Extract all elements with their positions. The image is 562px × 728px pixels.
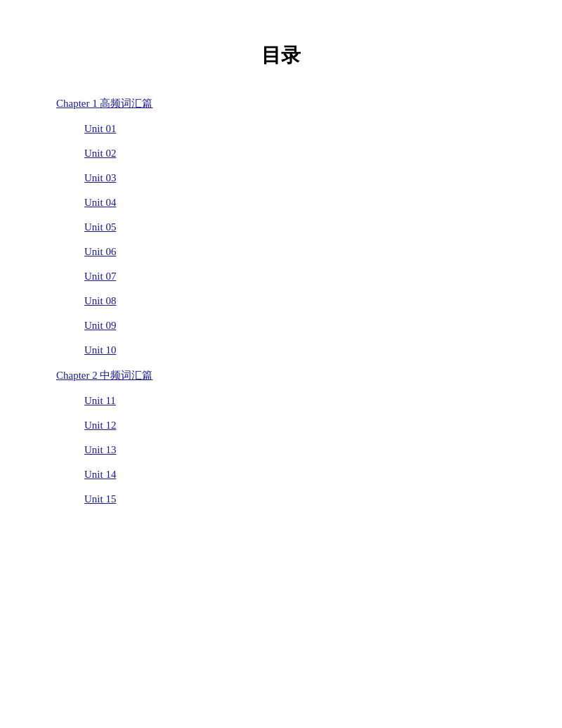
toc-content: Chapter 1 高频词汇篇Unit 01Unit 02Unit 03Unit… [56,97,506,505]
unit-link-unit10[interactable]: Unit 10 [84,344,506,356]
unit-link-unit05[interactable]: Unit 05 [84,221,506,233]
unit-link-unit15[interactable]: Unit 15 [84,493,506,505]
unit-link-unit04[interactable]: Unit 04 [84,197,506,209]
unit-link-unit09[interactable]: Unit 09 [84,320,506,332]
unit-link-unit06[interactable]: Unit 06 [84,246,506,258]
chapter-section-chapter2: Chapter 2 中频词汇篇Unit 11Unit 12Unit 13Unit… [56,369,506,505]
chapter-section-chapter1: Chapter 1 高频词汇篇Unit 01Unit 02Unit 03Unit… [56,97,506,356]
page-title: 目录 [56,42,506,69]
chapter-link-chapter2[interactable]: Chapter 2 中频词汇篇 [56,369,506,382]
unit-link-unit13[interactable]: Unit 13 [84,444,506,456]
unit-link-unit11[interactable]: Unit 11 [84,395,506,407]
unit-link-unit07[interactable]: Unit 07 [84,271,506,282]
unit-link-unit12[interactable]: Unit 12 [84,420,506,431]
unit-link-unit02[interactable]: Unit 02 [84,148,506,160]
unit-link-unit03[interactable]: Unit 03 [84,172,506,184]
page-container: 目录 Chapter 1 高频词汇篇Unit 01Unit 02Unit 03U… [0,0,562,560]
chapter-link-chapter1[interactable]: Chapter 1 高频词汇篇 [56,97,506,110]
unit-link-unit14[interactable]: Unit 14 [84,469,506,481]
unit-link-unit01[interactable]: Unit 01 [84,123,506,135]
unit-link-unit08[interactable]: Unit 08 [84,295,506,307]
